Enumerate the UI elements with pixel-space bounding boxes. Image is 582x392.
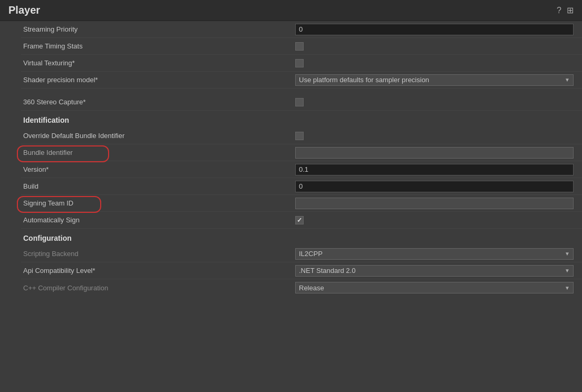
configuration-section-header: Configuration: [21, 229, 582, 246]
label-scripting-backend: Scripting Backend: [21, 250, 295, 258]
label-override-bundle: Override Default Bundle Identifier: [21, 132, 295, 140]
row-streaming-priority: Streaming Priority: [21, 21, 582, 38]
row-api-compat: Api Compatibility Level* .NET Standard 2…: [21, 262, 582, 279]
value-frame-timing-stats: [295, 42, 574, 51]
label-virtual-texturing: Virtual Texturing*: [21, 59, 295, 67]
value-stereo-capture: [295, 98, 574, 106]
api-compat-dropdown[interactable]: .NET Standard 2.0 ▼: [295, 265, 574, 277]
value-version: [295, 164, 574, 175]
row-cpp-compiler: C++ Compiler Configuration Release ▼: [21, 279, 582, 296]
value-streaming-priority: [295, 24, 574, 35]
signing-team-input[interactable]: [295, 198, 574, 209]
identification-section-header: Identification: [21, 111, 582, 128]
row-stereo-capture: 360 Stereo Capture*: [21, 94, 582, 111]
virtual-texturing-checkbox[interactable]: [295, 59, 304, 67]
label-bundle-identifier: Bundle Identifier: [21, 149, 295, 156]
value-signing-team: [295, 198, 574, 209]
streaming-priority-input[interactable]: [295, 24, 574, 35]
row-scripting-backend: Scripting Backend IL2CPP ▼: [21, 246, 582, 262]
row-signing-team: Signing Team ID: [21, 195, 582, 212]
row-virtual-texturing: Virtual Texturing*: [21, 55, 582, 72]
value-cpp-compiler: Release ▼: [295, 282, 574, 293]
player-settings-window: Player ? ⊞ Streaming Priority Frame Timi…: [0, 0, 582, 392]
settings-content: Streaming Priority Frame Timing Stats Vi…: [0, 21, 582, 296]
scripting-backend-dropdown[interactable]: IL2CPP ▼: [295, 248, 574, 260]
frame-timing-stats-checkbox[interactable]: [295, 42, 304, 51]
title-bar-actions: ? ⊞: [557, 5, 574, 15]
value-shader-precision: Use platform defaults for sampler precis…: [295, 74, 574, 86]
settings-icon[interactable]: ⊞: [567, 5, 574, 15]
dropdown-arrow-api: ▼: [565, 268, 570, 273]
checkmark-icon: ✓: [297, 217, 302, 224]
row-override-bundle: Override Default Bundle Identifier: [21, 128, 582, 144]
dropdown-arrow-cpp: ▼: [565, 285, 570, 291]
label-version: Version*: [21, 165, 295, 173]
bundle-identifier-input[interactable]: [295, 147, 574, 159]
signing-team-annotation: [17, 196, 101, 213]
override-bundle-checkbox[interactable]: [295, 132, 304, 140]
cpp-compiler-dropdown[interactable]: Release ▼: [295, 282, 574, 293]
row-frame-timing-stats: Frame Timing Stats: [21, 38, 582, 55]
label-streaming-priority: Streaming Priority: [21, 25, 295, 33]
dropdown-arrow: ▼: [565, 77, 570, 83]
bundle-identifier-annotation: [17, 145, 109, 162]
label-auto-sign: Automatically Sign: [21, 216, 295, 224]
row-version: Version*: [21, 161, 582, 178]
row-shader-precision: Shader precision model* Use platform def…: [21, 72, 582, 89]
row-bundle-identifier: Bundle Identifier: [21, 144, 582, 161]
version-input[interactable]: [295, 164, 574, 175]
value-bundle-identifier: [295, 147, 574, 159]
shader-precision-dropdown[interactable]: Use platform defaults for sampler precis…: [295, 74, 574, 86]
label-frame-timing-stats: Frame Timing Stats: [21, 42, 295, 50]
api-compat-value: .NET Standard 2.0: [299, 267, 355, 275]
help-icon[interactable]: ?: [557, 6, 561, 15]
spacer: [21, 89, 582, 94]
value-scripting-backend: IL2CPP ▼: [295, 248, 574, 260]
cpp-compiler-value: Release: [299, 284, 324, 292]
label-build: Build: [21, 182, 295, 190]
shader-precision-value: Use platform defaults for sampler precis…: [299, 76, 429, 84]
stereo-capture-checkbox[interactable]: [295, 98, 304, 106]
auto-sign-checkbox[interactable]: ✓: [295, 216, 304, 224]
value-build: [295, 181, 574, 192]
value-virtual-texturing: [295, 59, 574, 67]
label-shader-precision: Shader precision model*: [21, 76, 295, 84]
label-api-compat: Api Compatibility Level*: [21, 267, 295, 275]
row-build: Build: [21, 178, 582, 195]
scripting-backend-value: IL2CPP: [299, 250, 323, 258]
row-auto-sign: Automatically Sign ✓: [21, 212, 582, 229]
value-api-compat: .NET Standard 2.0 ▼: [295, 265, 574, 277]
label-stereo-capture: 360 Stereo Capture*: [21, 98, 295, 106]
build-input[interactable]: [295, 181, 574, 192]
label-cpp-compiler: C++ Compiler Configuration: [21, 284, 295, 292]
value-override-bundle: [295, 132, 574, 140]
window-title: Player: [8, 4, 40, 16]
dropdown-arrow-scripting: ▼: [565, 251, 570, 257]
value-auto-sign: ✓: [295, 216, 574, 224]
label-signing-team: Signing Team ID: [21, 199, 295, 207]
title-bar: Player ? ⊞: [0, 0, 582, 21]
